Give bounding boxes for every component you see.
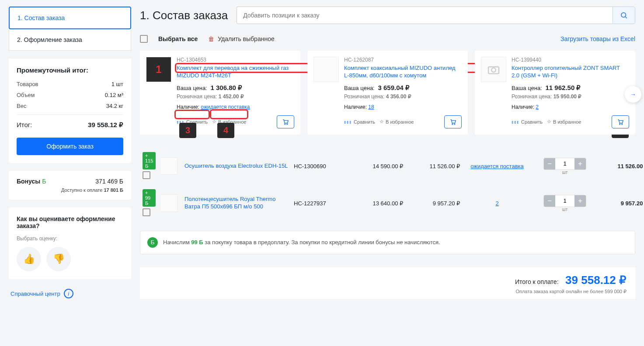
volume-val: 0.12 м³: [105, 92, 123, 98]
product-name-link[interactable]: Осушитель воздуха Electrolux EDH-15L: [184, 163, 289, 170]
chart-icon: ⫾⫾⫾: [512, 119, 519, 125]
add-to-cart-button[interactable]: [444, 115, 462, 128]
add-item-search-input[interactable]: [237, 7, 613, 24]
svg-point-3: [287, 124, 288, 125]
select-all-label: Выбрать все: [158, 35, 198, 42]
bonus-panel: Бонусы Б 371 469 Б Доступно к оплате 17 …: [9, 171, 131, 200]
weight-val: 34.2 кг: [106, 103, 123, 109]
star-icon: ☆: [379, 119, 384, 125]
cart-row: + 99 Б Полотенцесушитель Royal Thermo Ва…: [140, 185, 635, 222]
select-all-checkbox[interactable]: [140, 35, 148, 43]
product-sku: НС-1304653: [177, 57, 294, 63]
stock-label: Наличие:: [512, 104, 534, 110]
row-checkbox[interactable]: [143, 208, 150, 216]
your-price: 11 526.00 ₽: [407, 163, 460, 170]
delete-selected-button[interactable]: 🗑 Удалить выбранное: [208, 35, 274, 42]
retail-price: Розничная цена: 15 950.00 ₽: [512, 93, 629, 100]
stock-link[interactable]: 2: [495, 200, 498, 207]
star-icon: ☆: [547, 119, 551, 125]
grand-label: Итого к оплате:: [515, 278, 559, 285]
bonus-badge: + 99 Б: [143, 189, 156, 207]
thumb-down-button[interactable]: 👎: [46, 247, 71, 271]
stock-label: Наличие:: [344, 104, 367, 110]
steps-nav: 1. Состав заказа 2. Оформление заказа: [9, 7, 131, 51]
bonus-val: 371 469 Б: [95, 178, 123, 185]
bonus-label: Бонусы: [17, 178, 40, 185]
product-thumb: [160, 157, 178, 175]
svg-line-1: [626, 17, 627, 18]
qty-minus-button[interactable]: −: [544, 195, 555, 207]
load-from-excel-link[interactable]: Загрузить товары из Excel: [560, 35, 635, 42]
stock-link[interactable]: ожидается поставка: [201, 104, 250, 110]
recommendation-card: НС-1262087 Комплект коаксиальный MIZUDO …: [307, 51, 468, 135]
recommendations-next-button[interactable]: →: [625, 86, 641, 103]
items-label: Товаров: [17, 81, 38, 87]
product-price: 3 659.04 ₽: [378, 84, 410, 91]
bonus-icon: Б: [147, 237, 158, 248]
retail-price: Розничная цена: 4 356.00 ₽: [344, 93, 462, 100]
product-name-link[interactable]: Полотенцесушитель Royal Thermo Ватра П5 …: [184, 196, 289, 211]
chart-icon: ⫾⫾⫾: [344, 119, 352, 125]
product-price: 11 962.50 ₽: [546, 84, 581, 91]
add-to-cart-button[interactable]: [277, 115, 294, 128]
svg-point-8: [620, 124, 620, 125]
product-name-link[interactable]: Комплект для перевода на сжиженный газ M…: [177, 65, 294, 80]
favorite-button[interactable]: ☆ В избранное: [547, 119, 581, 125]
help-center-link[interactable]: Справочный центр i: [9, 287, 131, 300]
step-2[interactable]: 2. Оформление заказа: [9, 29, 131, 51]
search-icon: [620, 11, 628, 19]
subtotal-panel: Промежуточный итог: Товаров1 шт Объем0.1…: [9, 59, 131, 163]
items-val: 1 шт: [111, 81, 123, 87]
add-to-cart-button[interactable]: [612, 115, 629, 128]
svg-point-5: [454, 124, 455, 125]
product-name-link[interactable]: Контроллер отопительный ZONT SMART 2.0 (…: [512, 65, 629, 80]
rating-panel: Как вы оцениваете оформление заказа? Выб…: [9, 208, 131, 279]
compare-button[interactable]: ⫾⫾⫾ Сравнить: [177, 119, 208, 125]
page-title: 1. Состав заказа: [140, 9, 228, 22]
submit-order-button[interactable]: Оформить заказ: [17, 138, 123, 155]
subtotal-title: Промежуточный итог:: [17, 66, 123, 74]
svg-point-2: [285, 124, 285, 125]
step-1[interactable]: 1. Состав заказа: [9, 7, 131, 29]
recommendation-card: НС-1399440 Контроллер отопительный ZONT …: [475, 51, 635, 135]
bonus-badge: + 115 Б: [143, 152, 156, 170]
retail-price: 13 640.00 ₽: [351, 200, 403, 207]
cart-icon: [449, 119, 456, 125]
product-sku: НС-1399440: [512, 57, 629, 63]
qty-unit: шт: [534, 207, 595, 212]
retail-price: Розничная цена: 1 452.00 ₽: [177, 93, 294, 100]
favorite-button[interactable]: ☆ В избранное: [379, 119, 414, 125]
grand-note: Оплата заказа картой онлайн не более 599…: [149, 289, 627, 294]
qty-plus-button[interactable]: +: [574, 195, 586, 207]
thumb-up-button[interactable]: 👍: [17, 247, 41, 271]
svg-point-9: [622, 124, 623, 125]
qty-plus-button[interactable]: +: [574, 158, 586, 170]
search-button[interactable]: [613, 7, 635, 24]
rating-hint: Выбрать оценку:: [17, 235, 123, 242]
qty-input[interactable]: [555, 195, 574, 207]
row-checkbox[interactable]: [143, 171, 150, 179]
banner-pre: Начислим: [163, 239, 191, 246]
cart-icon: [617, 119, 624, 125]
qty-minus-button[interactable]: −: [544, 158, 555, 170]
info-icon: i: [64, 289, 73, 298]
stock-link[interactable]: 18: [368, 104, 374, 110]
favorite-button[interactable]: ☆ В избранное: [212, 119, 246, 125]
qty-input[interactable]: [555, 158, 574, 170]
compare-button[interactable]: ⫾⫾⫾ Сравнить: [344, 119, 375, 125]
product-thumb: [313, 57, 339, 82]
line-total: 11 526.00 ₽: [618, 163, 644, 170]
stock-link[interactable]: ожидается поставка: [470, 163, 524, 170]
total-label: Итог:: [17, 121, 32, 129]
product-name-link[interactable]: Комплект коаксиальный MIZUDO антилед L-8…: [344, 65, 462, 80]
camera-icon: [487, 64, 500, 75]
cart-icon: [282, 119, 289, 125]
svg-point-0: [621, 13, 626, 17]
volume-label: Объем: [17, 92, 35, 98]
compare-button[interactable]: ⫾⫾⫾ Сравнить: [512, 119, 543, 125]
your-price: 9 957.20 ₽: [407, 200, 460, 207]
product-price: 1 306.80 ₽: [211, 84, 243, 91]
total-val: 39 558.12 ₽: [88, 121, 123, 129]
stock-link[interactable]: 2: [536, 104, 539, 110]
trash-icon: 🗑: [208, 35, 214, 42]
